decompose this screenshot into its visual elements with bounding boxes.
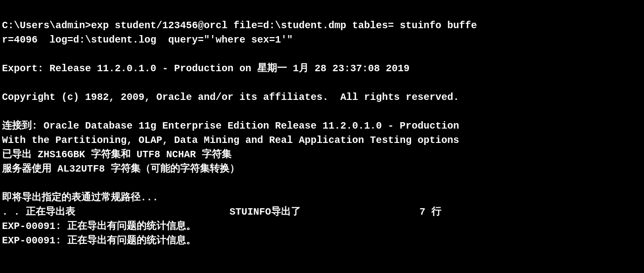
terminal-line-9: With the Partitioning, OLAP, Data Mining… — [2, 135, 459, 146]
terminal-line-2: r=4096 log=d:\student.log query="'where … — [2, 34, 293, 46]
terminal-line-8: 连接到: Oracle Database 11g Enterprise Edit… — [2, 120, 459, 132]
terminal-line-15: EXP-00091: 正在导出有问题的统计信息。 — [2, 221, 196, 232]
terminal-line-13: 即将导出指定的表通过常规路径... — [2, 192, 158, 203]
terminal-line-16: EXP-00091: 正在导出有问题的统计信息。 — [2, 235, 196, 246]
terminal-line-1: C:\Users\admin>exp student/123456@orcl f… — [2, 20, 477, 31]
terminal-line-4: Export: Release 11.2.0.1.0 - Production … — [2, 63, 410, 74]
terminal-line-10: 已导出 ZHS16GBK 字符集和 UTF8 NCHAR 字符集 — [2, 149, 231, 160]
terminal-line-6: Copyright (c) 1982, 2009, Oracle and/or … — [2, 91, 459, 103]
terminal-window: C:\Users\admin>exp student/123456@orcl f… — [0, 0, 644, 273]
terminal-line-14: . . 正在导出表 STUINFO导出了 7 行 — [2, 206, 441, 218]
terminal-line-11: 服务器使用 AL32UTF8 字符集（可能的字符集转换） — [2, 163, 239, 175]
